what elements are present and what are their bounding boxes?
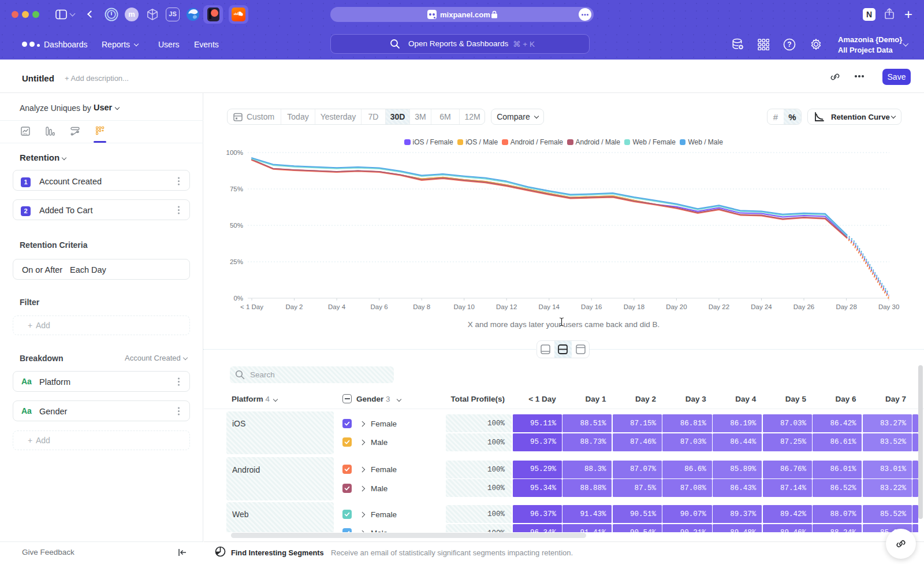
svg-text:Day 14: Day 14: [539, 303, 560, 310]
svg-text:Day 16: Day 16: [581, 303, 602, 310]
svg-text:Day 30: Day 30: [878, 303, 899, 310]
svg-text:Day 28: Day 28: [836, 303, 856, 310]
svg-text:?: ?: [787, 40, 791, 49]
svg-text:Day 18: Day 18: [624, 303, 644, 310]
svg-text:25%: 25%: [230, 258, 243, 265]
svg-text:Day 12: Day 12: [496, 303, 517, 310]
svg-text:0%: 0%: [233, 295, 243, 302]
svg-text:100%: 100%: [226, 149, 243, 156]
svg-text:< 1 Day: < 1 Day: [240, 303, 263, 310]
svg-text:Day 2: Day 2: [285, 303, 303, 310]
svg-text:50%: 50%: [230, 222, 243, 229]
svg-text:Day 10: Day 10: [453, 303, 474, 310]
svg-text:Day 8: Day 8: [413, 303, 430, 310]
svg-text:Day 26: Day 26: [793, 303, 814, 310]
svg-text:Day 20: Day 20: [666, 303, 687, 310]
svg-text:Day 22: Day 22: [709, 303, 729, 310]
svg-text:75%: 75%: [230, 185, 243, 192]
svg-text:Day 6: Day 6: [371, 303, 388, 310]
svg-text:Day 4: Day 4: [328, 303, 346, 310]
svg-text:Day 24: Day 24: [751, 303, 772, 310]
